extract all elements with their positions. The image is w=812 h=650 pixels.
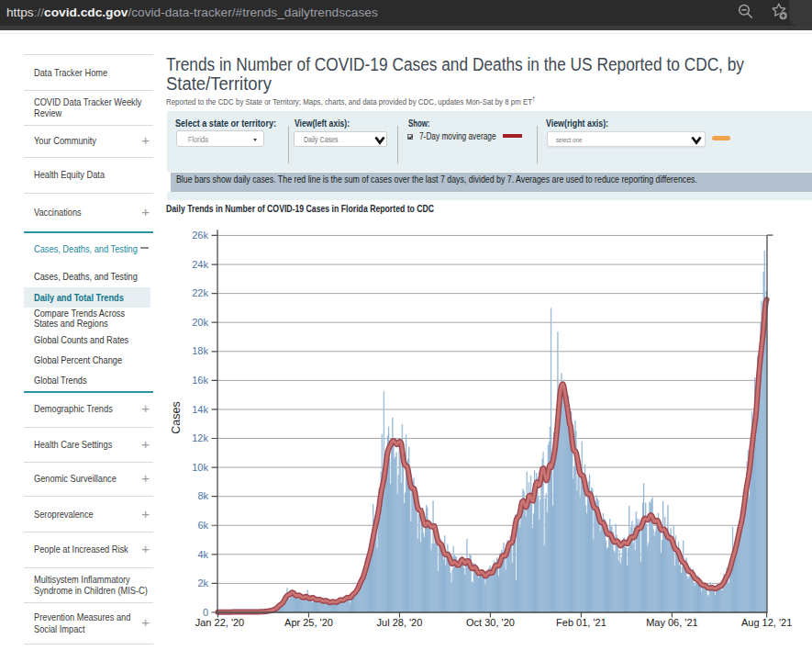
svg-text:24k: 24k (192, 259, 208, 270)
svg-text:8k: 8k (197, 490, 208, 501)
svg-text:4k: 4k (197, 549, 208, 560)
svg-text:16k: 16k (192, 375, 208, 386)
svg-text:Aug 12, '21: Aug 12, '21 (741, 617, 792, 628)
svg-text:Apr 25, '20: Apr 25, '20 (284, 617, 333, 628)
svg-text:Cases: Cases (170, 401, 183, 433)
svg-text:Oct 30, '20: Oct 30, '20 (466, 617, 515, 628)
svg-text:6k: 6k (197, 520, 208, 531)
svg-text:Jul 28, '20: Jul 28, '20 (377, 617, 423, 628)
svg-text:22k: 22k (192, 287, 208, 298)
svg-text:2k: 2k (197, 577, 208, 588)
svg-text:10k: 10k (192, 462, 208, 473)
svg-text:12k: 12k (192, 432, 208, 443)
svg-text:Jan 22, '20: Jan 22, '20 (195, 617, 244, 628)
svg-text:May 06, '21: May 06, '21 (646, 617, 698, 628)
svg-text:18k: 18k (192, 345, 208, 356)
svg-text:26k: 26k (192, 230, 208, 241)
svg-text:Feb 01, '21: Feb 01, '21 (556, 617, 606, 628)
svg-text:14k: 14k (192, 404, 208, 415)
svg-text:20k: 20k (192, 317, 208, 328)
